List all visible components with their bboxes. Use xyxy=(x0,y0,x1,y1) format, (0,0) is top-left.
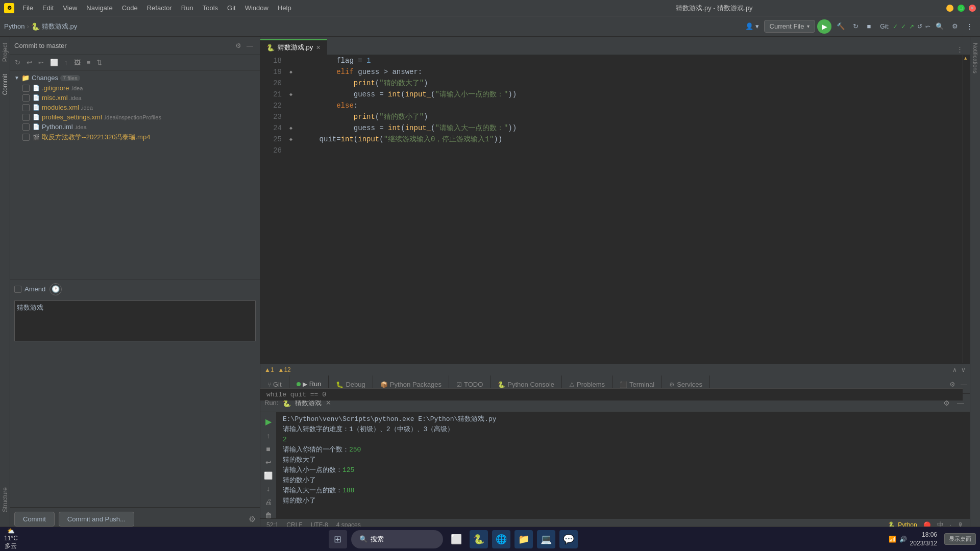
taskbar-search[interactable]: 🔍 搜索 xyxy=(351,530,443,548)
code-gutter: ◆ ◆ ◆ ◆ xyxy=(286,55,296,363)
warnings-panel: ▲ xyxy=(963,55,970,363)
file-type-icon: 📄 xyxy=(33,85,40,91)
file-checkbox-misc[interactable] xyxy=(22,94,30,102)
python-file-icon: 🐍 xyxy=(266,44,275,52)
menu-edit[interactable]: Edit xyxy=(38,2,58,14)
editor-more-btn[interactable]: ⋮ xyxy=(954,44,966,55)
console-output[interactable]: E:\Python\venv\Scripts\python.exe E:\Pyt… xyxy=(277,412,970,518)
menu-file[interactable]: File xyxy=(18,2,37,14)
file-checkbox-video[interactable] xyxy=(22,134,30,141)
menu-help[interactable]: Help xyxy=(274,2,296,14)
file-name-python-iml: Python.iml xyxy=(42,123,73,131)
minimize-button[interactable]: － xyxy=(946,5,953,12)
vert-tab-structure[interactable]: Structure xyxy=(0,481,10,518)
console-clear-btn[interactable]: ⬜ xyxy=(262,470,274,481)
settings-button[interactable]: ⚙ xyxy=(949,20,961,32)
view-toggle-btn[interactable]: 🖼 xyxy=(71,57,83,68)
editor-tab-main[interactable]: 🐍 猜数游戏.py ✕ xyxy=(260,39,327,55)
start-button[interactable]: ⊞ xyxy=(329,530,347,548)
build-button[interactable]: 🔨 xyxy=(834,20,848,32)
file-checkbox-profiles[interactable] xyxy=(22,114,30,121)
line-num-21: 21 xyxy=(264,89,282,100)
profile-btn[interactable]: 👤 ▾ xyxy=(742,20,762,32)
sync-button[interactable]: ↻ xyxy=(850,20,862,32)
file-item-gitignore[interactable]: 📄 .gitignore .idea xyxy=(10,83,260,93)
rollback-btn[interactable]: ⤺ xyxy=(36,57,46,68)
commit-message-input[interactable]: 猜数游戏 xyxy=(14,300,256,341)
menu-tools[interactable]: Tools xyxy=(199,2,222,14)
more-button[interactable]: ⋮ xyxy=(963,20,976,32)
console-up-btn[interactable]: ↑ xyxy=(265,430,272,441)
file-item-misc[interactable]: 📄 misc.xml .idea xyxy=(10,93,260,103)
menu-view[interactable]: View xyxy=(59,2,81,14)
vert-tab-project[interactable]: Project xyxy=(0,37,10,68)
commit-gear-icon[interactable]: ⚙ xyxy=(249,514,256,524)
line-num-24: 24 xyxy=(264,122,282,134)
console-run-btn[interactable]: ▶ xyxy=(264,415,273,428)
vert-tab-git[interactable] xyxy=(0,102,10,114)
taskbar-explorer-icon[interactable]: 📁 xyxy=(514,530,533,548)
task-view-icon: ⬜ xyxy=(451,534,462,545)
breadcrumb-file[interactable]: 猜数游戏.py xyxy=(42,22,77,31)
commit-minimize-btn[interactable]: — xyxy=(244,40,256,51)
commit-button[interactable]: Commit xyxy=(14,512,55,527)
show-desktop-button[interactable]: 显示桌面 xyxy=(944,533,976,545)
stop-button[interactable]: ■ xyxy=(864,20,874,32)
sort-btn[interactable]: ⇅ xyxy=(94,57,105,68)
menu-git[interactable]: Git xyxy=(223,2,240,14)
search-button[interactable]: 🔍 xyxy=(933,20,947,32)
maximize-button[interactable]: □ xyxy=(958,5,965,12)
changes-header[interactable]: ▼ 📁 Changes 7 files xyxy=(10,72,260,83)
refresh-btn[interactable]: ↻ xyxy=(12,57,23,68)
undo-btn[interactable]: ↩ xyxy=(24,57,35,68)
console-wrap-btn[interactable]: ↩ xyxy=(264,457,273,468)
code-line-19: elif guess > answer: xyxy=(302,66,957,78)
line-num-25: 25 xyxy=(264,134,282,145)
current-file-dropdown[interactable]: Current File ▾ xyxy=(764,20,816,33)
file-checkbox-python-iml[interactable] xyxy=(22,123,30,131)
amend-clock-icon[interactable]: 🕐 xyxy=(50,283,62,295)
taskbar-edge-icon[interactable]: 🌐 xyxy=(492,530,510,548)
menu-code[interactable]: Code xyxy=(118,2,142,14)
folder-app-icon: 📁 xyxy=(518,534,529,545)
file-item-video[interactable]: 🎬 取反方法教学--20221320冯泰瑞.mp4 xyxy=(10,132,260,143)
amend-checkbox[interactable] xyxy=(14,286,21,293)
file-checkbox-gitignore[interactable] xyxy=(22,85,30,92)
stage-btn[interactable]: ⬜ xyxy=(47,57,61,68)
breadcrumb-root[interactable]: Python xyxy=(4,22,24,30)
scroll-up-icon[interactable]: ∧ xyxy=(952,366,957,373)
console-print-btn[interactable]: 🖨 xyxy=(263,496,274,508)
console-scroll-to-end-btn[interactable]: ↓ xyxy=(265,483,272,494)
file-item-modules[interactable]: 📄 modules.xml .idea xyxy=(10,103,260,112)
code-line-20: print("猜的数大了") xyxy=(302,78,957,89)
tool-tab-console-label: Python Console xyxy=(507,381,554,388)
taskbar-pycharm-icon[interactable]: 💻 xyxy=(537,530,555,548)
code-content[interactable]: flag = 1 elif guess > answer: print("猜的数… xyxy=(296,55,963,363)
file-checkbox-modules[interactable] xyxy=(22,104,30,111)
vert-tab-commit[interactable]: Commit xyxy=(0,68,10,101)
notifications-label[interactable]: Notifications xyxy=(971,39,980,78)
menu-refactor[interactable]: Refactor xyxy=(143,2,176,14)
file-item-profiles[interactable]: 📄 profiles_settings.xml .idea\inspection… xyxy=(10,112,260,122)
console-stop-btn[interactable]: ■ xyxy=(264,443,272,455)
close-button[interactable]: ✕ xyxy=(969,5,976,12)
task-view-button[interactable]: ⬜ xyxy=(447,530,465,548)
warn-count-icon: ▲12 xyxy=(278,366,291,373)
menu-navigate[interactable]: Navigate xyxy=(82,2,116,14)
push-btn[interactable]: ↑ xyxy=(62,57,70,68)
commit-settings-btn[interactable]: ⚙ xyxy=(233,40,244,51)
file-item-python-iml[interactable]: 📄 Python.iml .idea xyxy=(10,122,260,132)
git-refresh-icon: ↺ xyxy=(917,23,922,30)
taskbar-python-icon[interactable]: 🐍 xyxy=(470,530,488,548)
taskbar-wechat-icon[interactable]: 💬 xyxy=(559,530,578,548)
menu-run[interactable]: Run xyxy=(177,2,198,14)
windows-taskbar: ⛅ 11°C 多云 ⊞ 🔍 搜索 ⬜ 🐍 🌐 📁 💻 💬 xyxy=(0,527,980,551)
commit-and-push-button[interactable]: Commit and Push... xyxy=(59,512,134,527)
expand-btn[interactable]: ≡ xyxy=(84,57,93,68)
menu-window[interactable]: Window xyxy=(241,2,273,14)
close-tab-icon[interactable]: ✕ xyxy=(316,44,321,51)
run-button[interactable]: ▶ xyxy=(817,19,831,34)
taskbar-center: ⊞ 🔍 搜索 ⬜ 🐍 🌐 📁 💻 💬 xyxy=(22,530,885,548)
console-trash-btn[interactable]: 🗑 xyxy=(263,510,274,518)
scroll-down-icon[interactable]: ∨ xyxy=(961,366,966,373)
